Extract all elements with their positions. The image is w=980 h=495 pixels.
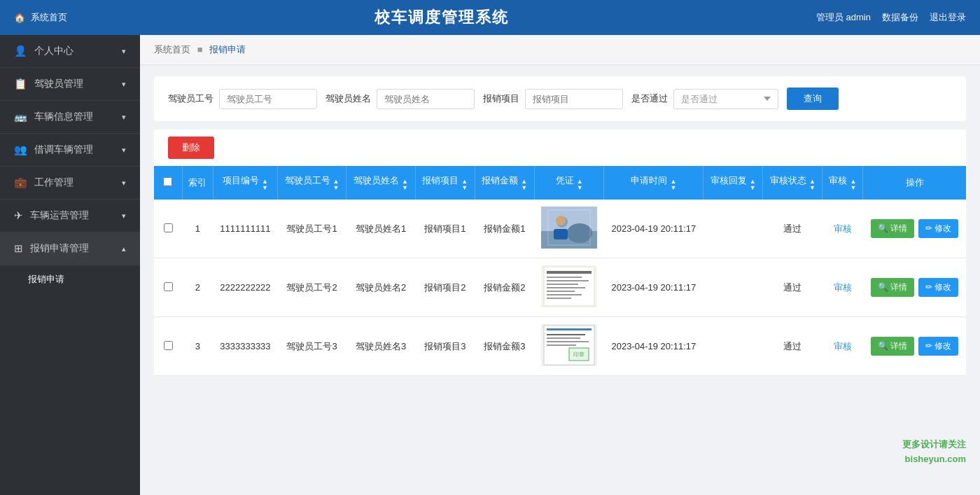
row-checkbox-1[interactable] <box>164 282 173 291</box>
sort-review[interactable]: ▲▼ <box>850 179 856 191</box>
audit-btn-1[interactable]: 审核 <box>834 281 852 294</box>
svg-rect-22 <box>547 341 589 342</box>
sidebar-item-personal[interactable]: 👤 个人中心 ▾ <box>0 35 140 68</box>
cell-review-reply-2 <box>704 317 763 376</box>
th-driver-name: 驾驶员姓名▲▼ <box>346 166 416 200</box>
driver-id-label: 驾驶员工号 <box>168 92 214 105</box>
cell-voucher-2: 印章 <box>534 317 604 376</box>
th-project-no: 项目编号▲▼ <box>214 166 278 200</box>
sidebar-item-vehicle-info[interactable]: 🚌 车辆信息管理 ▾ <box>0 101 140 134</box>
chevron-down-icon: ▾ <box>122 47 126 56</box>
svg-rect-11 <box>547 280 589 281</box>
main-content: 系统首页 ■ 报销申请 驾驶员工号 驾驶员姓名 报销项目 <box>140 35 980 495</box>
sort-amount[interactable]: ▲▼ <box>521 179 527 191</box>
filter-driver-name: 驾驶员姓名 <box>326 89 475 109</box>
chevron-down-icon2: ▾ <box>122 80 126 89</box>
edit-btn-1[interactable]: ✏ 修改 <box>918 278 958 297</box>
home-label: 系统首页 <box>31 11 67 24</box>
vehicle-info-icon: 🚌 <box>14 111 27 123</box>
reimbursement-table: 索引 项目编号▲▼ 驾驶员工号▲▼ 驾驶员姓名▲▼ 报销项目▲ <box>154 166 966 376</box>
sort-project[interactable]: ▲▼ <box>461 179 468 191</box>
sidebar-label-reimbursement: 报销申请管理 <box>30 242 89 255</box>
table-wrapper: 索引 项目编号▲▼ 驾驶员工号▲▼ 驾驶员姓名▲▼ 报销项目▲ <box>154 166 966 376</box>
svg-rect-12 <box>547 284 578 285</box>
query-button[interactable]: 查询 <box>787 88 839 110</box>
cell-driver-id-0: 驾驶员工号1 <box>277 200 346 258</box>
cell-voucher-1 <box>534 258 604 317</box>
svg-rect-9 <box>547 271 592 274</box>
sort-driver-id[interactable]: ▲▼ <box>333 179 340 191</box>
chevron-up-icon: ▴ <box>122 244 126 253</box>
detail-btn-0[interactable]: 🔍 详情 <box>871 219 914 238</box>
cell-apply-time-0: 2023-04-19 20:11:17 <box>604 200 704 258</box>
sidebar-sub-item-apply[interactable]: 报销申请 <box>0 265 140 293</box>
sidebar-label-borrow: 借调车辆管理 <box>34 144 93 156</box>
driver-id-input[interactable] <box>219 89 317 109</box>
sub-item-label-apply: 报销申请 <box>28 273 64 286</box>
detail-btn-1[interactable]: 🔍 详情 <box>871 278 914 297</box>
filter-bar: 驾驶员工号 驾驶员姓名 报销项目 是否通过 是否通过 是 否 <box>154 76 966 121</box>
delete-button[interactable]: 删除 <box>168 137 214 159</box>
project-input[interactable] <box>525 89 623 109</box>
th-review-reply: 审核回复▲▼ <box>704 166 763 200</box>
th-amount: 报销金额▲▼ <box>475 166 534 200</box>
audit-btn-0[interactable]: 审核 <box>834 223 852 235</box>
approved-select[interactable]: 是否通过 是 否 <box>673 89 778 109</box>
sort-apply-time[interactable]: ▲▼ <box>670 179 676 191</box>
breadcrumb-home[interactable]: 系统首页 <box>154 44 190 55</box>
svg-rect-14 <box>547 291 575 292</box>
sort-driver-name[interactable]: ▲▼ <box>402 179 408 191</box>
logout-btn[interactable]: 退出登录 <box>930 11 966 24</box>
home-nav[interactable]: 🏠 系统首页 <box>14 11 67 24</box>
cell-review-status-2: 通过 <box>763 317 822 376</box>
row-checkbox-0[interactable] <box>164 223 173 232</box>
edit-btn-2[interactable]: ✏ 修改 <box>918 337 958 356</box>
sidebar-item-driver[interactable]: 📋 驾驶员管理 ▾ <box>0 68 140 101</box>
breadcrumb: 系统首页 ■ 报销申请 <box>140 35 980 65</box>
sidebar-label-work: 工作管理 <box>34 176 74 189</box>
sort-review-status[interactable]: ▲▼ <box>809 179 816 191</box>
th-review: 审核▲▼ <box>822 166 863 200</box>
driver-name-input[interactable] <box>377 89 475 109</box>
cell-project-no-1: 2222222222 <box>214 258 278 317</box>
main-layout: 👤 个人中心 ▾ 📋 驾驶员管理 ▾ 🚌 车辆信息管理 ▾ 👥 借调车辆管理 ▾… <box>0 35 980 495</box>
backup-btn[interactable]: 数据备份 <box>882 11 918 24</box>
cell-driver-name-2: 驾驶员姓名3 <box>346 317 416 376</box>
th-driver-id: 驾驶员工号▲▼ <box>277 166 346 200</box>
sidebar-item-work[interactable]: 💼 工作管理 ▾ <box>0 167 140 200</box>
sidebar-label-vehicle-ops: 车辆运营管理 <box>30 209 89 222</box>
cell-checkbox-2 <box>154 317 182 376</box>
cell-review-reply-1 <box>704 258 763 317</box>
filter-driver-id: 驾驶员工号 <box>168 89 317 109</box>
svg-rect-19 <box>547 328 592 330</box>
cell-project-2: 报销项目3 <box>415 317 475 376</box>
cell-project-no-0: 1111111111 <box>214 200 278 258</box>
sidebar-item-vehicle-ops[interactable]: ✈ 车辆运营管理 ▾ <box>0 200 140 232</box>
svg-rect-23 <box>547 344 576 346</box>
svg-rect-13 <box>547 287 585 288</box>
cell-index-0: 1 <box>182 200 214 258</box>
audit-btn-2[interactable]: 审核 <box>834 340 852 353</box>
select-all-checkbox[interactable] <box>163 177 172 186</box>
breadcrumb-current: 报销申请 <box>209 44 246 55</box>
cell-apply-time-2: 2023-04-19 20:11:17 <box>604 317 704 376</box>
top-header: 🏠 系统首页 校车调度管理系统 管理员 admin 数据备份 退出登录 <box>0 0 980 35</box>
cell-review-status-0: 通过 <box>763 200 822 258</box>
sort-review-reply[interactable]: ▲▼ <box>750 179 756 191</box>
edit-btn-0[interactable]: ✏ 修改 <box>918 219 958 238</box>
content-area: 驾驶员工号 驾驶员姓名 报销项目 是否通过 是否通过 是 否 <box>140 65 980 387</box>
th-voucher: 凭证▲▼ <box>534 166 604 200</box>
sidebar-item-borrow[interactable]: 👥 借调车辆管理 ▾ <box>0 134 140 167</box>
cell-project-0: 报销项目1 <box>415 200 475 258</box>
sort-voucher[interactable]: ▲▼ <box>577 179 583 191</box>
row-checkbox-2[interactable] <box>164 341 173 350</box>
borrow-icon: 👥 <box>14 144 27 156</box>
sidebar-item-reimbursement[interactable]: ⊞ 报销申请管理 ▴ <box>0 232 140 265</box>
sort-project-no[interactable]: ▲▼ <box>262 179 268 191</box>
cell-project-no-2: 3333333333 <box>214 317 278 376</box>
approved-label: 是否通过 <box>631 92 668 105</box>
detail-btn-2[interactable]: 🔍 详情 <box>871 337 914 356</box>
cell-driver-id-1: 驾驶员工号2 <box>277 258 346 317</box>
header-left: 🏠 系统首页 <box>14 11 67 24</box>
cell-checkbox-0 <box>154 200 182 258</box>
